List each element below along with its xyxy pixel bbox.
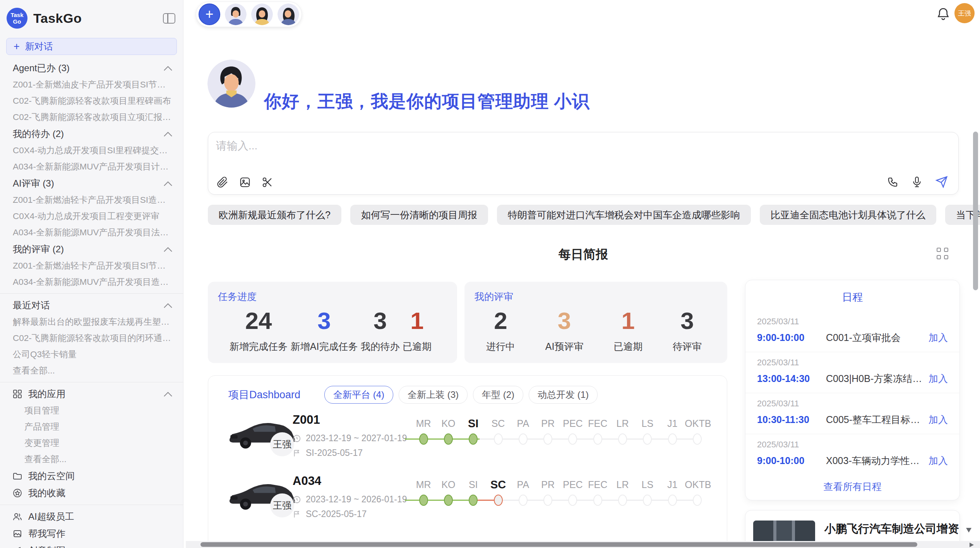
user-avatar[interactable]: 王强 (954, 3, 975, 23)
new-chat-button[interactable]: + 新对话 (6, 38, 177, 55)
vertical-scrollbar-thumb[interactable] (973, 132, 978, 290)
conversation-item[interactable]: C02-飞腾新能源轻客改款项目里程碑画布 (0, 93, 183, 109)
send-icon[interactable] (935, 176, 948, 188)
horizontal-scrollbar (186, 541, 980, 548)
section-header-recent-chats[interactable]: 最近对话 (0, 297, 183, 314)
sidebar-item-creative-draw[interactable]: 创意制图 (0, 542, 183, 548)
conversation-item[interactable]: C0X4-动力总成开发项目SI里程碑提交物检查 (0, 142, 183, 159)
section-header-agent-done[interactable]: Agent已办 (3) (0, 60, 183, 77)
schedule-date: 2025/03/11 (757, 440, 948, 450)
conversation-item[interactable]: Z001-全新燃油皮卡产品开发项目SI节点Lesson Learn报告 (0, 77, 183, 93)
attachment-icon[interactable] (217, 176, 228, 188)
tab-year-model[interactable]: 年型 (2) (473, 386, 523, 404)
conversation-item[interactable]: Z001-全新燃油轻卡产品开发项目SI造型提交物评审 (0, 192, 183, 208)
project-row-a034[interactable]: 王强 A034 2023-12-19 ~ 2026-01-19 SC-2025-… (208, 474, 727, 535)
join-link[interactable]: 加入 (929, 413, 948, 426)
voice-call-icon[interactable] (887, 176, 899, 188)
collapse-sidebar-icon[interactable] (163, 13, 175, 24)
stat-new-ai-done: 3 新增AI完成任务 (291, 307, 358, 353)
image-upload-icon[interactable] (239, 176, 251, 188)
help-write-label: 帮我写作 (28, 527, 65, 540)
sidebar-item-favorites[interactable]: 我的收藏 (0, 485, 183, 502)
schedule-item: 2025/03/11 10:30-11:30 C005-整车工程目标评审 加入 (745, 393, 959, 434)
composer-left-tools (217, 176, 273, 188)
agent-avatar-1[interactable] (225, 3, 247, 25)
scissors-icon[interactable] (262, 176, 273, 188)
view-all-conversations[interactable]: 查看全部... (0, 363, 183, 379)
conversation-item[interactable]: A034-全新新能源MUV产品开发项目法规符合性评审 (0, 224, 183, 241)
suggestion-chip[interactable]: 欧洲新规最近颁布了什么? (208, 205, 341, 225)
schedule-time: 10:30-11:30 (757, 414, 826, 425)
stat-value: 2 (486, 307, 515, 335)
conversation-item[interactable]: A034-全新新能源MUV产品开发项目计划变更表编写 (0, 159, 183, 175)
app-item-change-mgmt[interactable]: 变更管理 (0, 435, 183, 451)
schedule-name: C005-整车工程目标评审 (826, 413, 925, 426)
notification-bell-icon[interactable] (937, 7, 950, 21)
agent-avatar-2[interactable] (251, 3, 273, 25)
news-title: 小鹏飞行汽车制造公司增资 (824, 521, 959, 537)
project-dates: 2023-12-19 ~ 2026-01-19 (293, 494, 407, 505)
project-dates: 2023-12-19 ~ 2027-01-19 (293, 433, 407, 444)
conversation-item[interactable]: Z001-全新燃油轻卡产品开发项目SI节点属性5D文件评审 (0, 258, 183, 274)
conversation-item[interactable]: C02-飞腾新能源轻客改款项目立项汇报方案 (0, 109, 183, 125)
task-progress-title: 任务进度 (218, 290, 442, 303)
section-header-my-review[interactable]: 我的评审 (2) (0, 241, 183, 258)
conversation-item[interactable]: A034-全新新能源MUV产品开发项目造型可行性评审 (0, 274, 183, 290)
project-owner-badge: 王强 (270, 432, 294, 456)
project-row-z001[interactable]: 王强 Z001 2023-12-19 ~ 2027-01-19 SI-2025-… (208, 413, 727, 474)
conversation-item[interactable]: C0X4-动力总成开发项目工程变更评审 (0, 208, 183, 224)
ai-super-staff-label: AI超级员工 (28, 510, 74, 523)
tab-new-body[interactable]: 全新上装 (3) (399, 386, 468, 404)
chat-input[interactable] (215, 138, 944, 167)
schedule-time: 13:00-14:30 (757, 373, 826, 384)
join-link[interactable]: 加入 (929, 372, 948, 385)
sidebar-item-help-write[interactable]: 帮我写作 (0, 525, 183, 542)
chevron-up-icon (164, 66, 172, 71)
conversation-item[interactable]: 公司Q3轻卡销量 (0, 346, 183, 363)
app-item-product-mgmt[interactable]: 产品管理 (0, 419, 183, 435)
stat-value: 3 (361, 307, 399, 335)
milestone-track (411, 492, 717, 509)
picture-icon (13, 529, 22, 538)
horizontal-scrollbar-thumb[interactable] (200, 542, 917, 547)
milestone-timeline: MRKOSISCPAPRPECFECLRLSJ1OKTB (411, 417, 717, 448)
join-link[interactable]: 加入 (929, 454, 948, 467)
star-circle-icon (13, 488, 22, 498)
add-agent-button[interactable]: + (199, 3, 220, 25)
schedule-name: C003|H0B-方案冻结评审 (826, 372, 925, 385)
microphone-icon[interactable] (911, 176, 923, 188)
sidebar-item-cloud-space[interactable]: 我的云空间 (0, 468, 183, 485)
agent-avatar-3[interactable] (278, 3, 299, 25)
schedule-card: 日程 2025/03/11 9:00-10:00 C001-立项审批会 加入 2… (745, 280, 960, 500)
chevron-up-icon (164, 181, 172, 186)
scroll-right-arrow[interactable] (970, 543, 974, 547)
chevron-up-icon (164, 247, 172, 252)
milestone-timeline: MRKOSISCPAPRPECFECLRLSJ1OKTB (411, 478, 717, 509)
divider (0, 293, 183, 294)
owner-name: 王强 (273, 499, 291, 512)
dashboard-tabs: 全新平台 (4) 全新上装 (3) 年型 (2) 动总开发 (1) (324, 386, 598, 404)
view-all-apps[interactable]: 查看全部... (0, 451, 183, 468)
view-all-schedule-link[interactable]: 查看所有日程 (745, 480, 959, 493)
divider (0, 382, 183, 382)
scroll-down-arrow[interactable] (966, 528, 971, 533)
section-header-ai-review[interactable]: AI评审 (3) (0, 175, 183, 192)
tab-new-platform[interactable]: 全新平台 (4) (324, 386, 393, 404)
sidebar: Task Go TaskGo + 新对话 Agent已办 (3) Z001-全新… (0, 0, 183, 548)
conversation-item[interactable]: 解释最新出台的欧盟报废车法规再生塑料比例被调至15%... (0, 314, 183, 330)
sidebar-item-my-apps[interactable]: 我的应用 (0, 385, 183, 402)
app-item-project-mgmt[interactable]: 项目管理 (0, 402, 183, 419)
suggestion-chip[interactable]: 特朗普可能对进口汽车增税会对中国车企造成哪些影响 (497, 205, 751, 225)
conversation-item[interactable]: C02-飞腾新能源轻客改款项目的闭环通告反馈情况 (0, 330, 183, 346)
schedule-date: 2025/03/11 (757, 317, 948, 327)
suggestion-chip[interactable]: 如何写一份清晰的项目周报 (350, 205, 488, 225)
layout-grid-icon[interactable] (937, 248, 948, 259)
assistant-avatar (207, 60, 255, 108)
my-review-title: 我的评审 (475, 290, 712, 303)
suggestion-chip[interactable]: 比亚迪全固态电池计划具体说了什么 (760, 205, 936, 225)
section-header-my-todo[interactable]: 我的待办 (2) (0, 125, 183, 142)
sidebar-item-ai-super-staff[interactable]: AI超级员工 (0, 508, 183, 525)
tab-powertrain[interactable]: 动总开发 (1) (529, 386, 598, 404)
join-link[interactable]: 加入 (929, 331, 948, 344)
stat-label: 已逾期 (403, 340, 432, 353)
